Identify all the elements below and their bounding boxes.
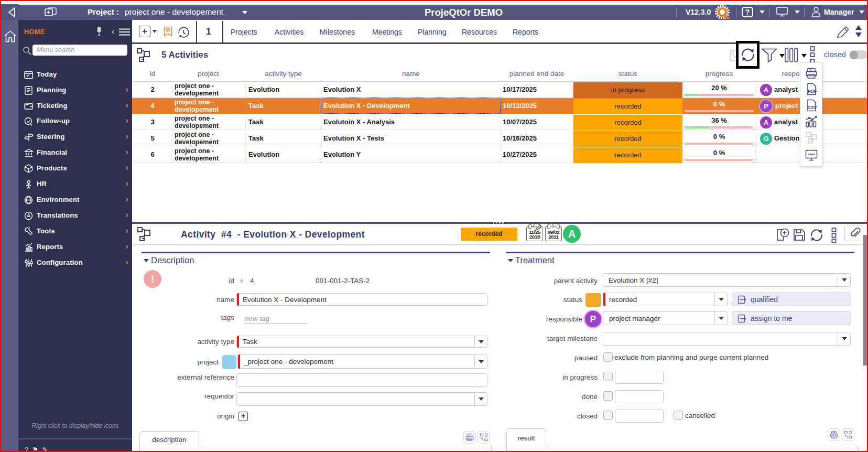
svg-text:PDF: PDF — [808, 89, 817, 94]
svg-text:CSV: CSV — [808, 105, 817, 110]
